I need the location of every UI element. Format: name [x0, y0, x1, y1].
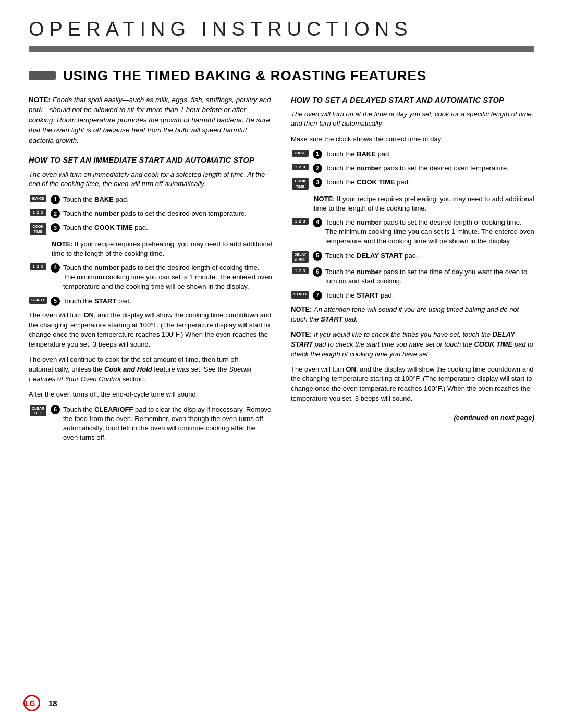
body-para-right: The oven will turn ON, and the display w… [291, 365, 534, 404]
step-r5-icons: DELAY START [291, 251, 310, 263]
step-num-3: 3 [51, 223, 60, 232]
step-num-r1: 1 [313, 150, 322, 159]
numbers-key-r6: 1 2 3 [292, 267, 309, 274]
step-r3: COOK TIME 3 Touch the COOK TIME pad. [291, 178, 534, 189]
section-title: Using the Timed Baking & Roasting Featur… [29, 66, 534, 85]
note-preheating-right: NOTE: If your recipe requires preheating… [291, 194, 534, 213]
lg-logo: LG [23, 695, 40, 711]
step-r2-text: Touch the number pads to set the desired… [325, 164, 534, 173]
clear-off-key: CLEAR OFF [30, 405, 46, 416]
section-title-bar [29, 71, 56, 80]
step-5-left: START 5 Touch the START pad. [29, 297, 272, 306]
step-r1-text: Touch the BAKE pad. [325, 150, 534, 159]
step-r4-text: Touch the number pads to set the desired… [325, 218, 534, 246]
step-num-r5: 5 [313, 251, 322, 261]
step-3-text: Touch the COOK TIME pad. [63, 223, 272, 232]
section-title-text: Using the Timed Baking & Roasting Featur… [63, 66, 426, 85]
step-num-2: 2 [51, 209, 60, 218]
step-num-1: 1 [51, 195, 60, 204]
note-check-times: NOTE: If you would like to check the tim… [291, 330, 534, 360]
step-r6: 1 2 3 6 Touch the number pads to set the… [291, 267, 534, 286]
step-1-left: BAKE 1 Touch the BAKE pad. [29, 195, 272, 204]
intro-note: NOTE: Foods that spoil easily—such as mi… [29, 95, 272, 146]
step-num-6: 6 [51, 405, 60, 414]
step-num-5: 5 [51, 297, 60, 306]
step-2-icons: 1 2 3 [29, 209, 47, 216]
step-4-left: 1 2 3 4 Touch the number pads to set the… [29, 263, 272, 292]
numbers-key-r4: 1 2 3 [292, 218, 309, 225]
page-number: 18 [48, 698, 57, 709]
note-preheating-left: NOTE: If your recipe requires preheating… [29, 240, 272, 258]
step-4-text: Touch the number pads to set the desired… [63, 263, 272, 292]
body-para-1: The oven will turn ON, and the display w… [29, 311, 272, 350]
bake-key-r1: BAKE [292, 150, 309, 157]
body-para-2: The oven will continue to cook for the s… [29, 355, 272, 385]
step-r7-icons: START [291, 291, 310, 298]
sub-heading-immediate: How to Set an Immediate Start and Automa… [29, 155, 272, 165]
cook-time-key-3: COOK TIME [30, 223, 46, 235]
step-2-text: Touch the number pads to set the desired… [63, 209, 272, 218]
step-r7: START 7 Touch the START pad. [291, 291, 534, 300]
step-num-r3: 3 [313, 178, 322, 187]
step-num-4: 4 [51, 263, 60, 273]
start-key-r7: START [291, 291, 309, 298]
delay-start-key-r5: DELAY START [292, 251, 309, 263]
svg-text:LG: LG [25, 699, 35, 708]
note-attention-tone: NOTE: An attention tone will sound if yo… [291, 305, 534, 325]
step-4-icons: 1 2 3 [29, 263, 47, 270]
step-r4: 1 2 3 4 Touch the number pads to set the… [291, 218, 534, 246]
sub-desc-immediate: The oven will turn on immediately and co… [29, 170, 272, 189]
step-r2: 1 2 3 2 Touch the number pads to set the… [291, 164, 534, 173]
step-6-text: Touch the CLEAR/OFF pad to clear the dis… [63, 405, 272, 443]
page-title: Operating Instructions [29, 16, 534, 43]
right-column: How to Set a Delayed Start and Automatic… [291, 95, 534, 448]
step-num-r4: 4 [313, 218, 322, 227]
step-1-icons: BAKE [29, 195, 47, 202]
left-column: NOTE: Foods that spoil easily—such as mi… [29, 95, 272, 448]
step-1-text: Touch the BAKE pad. [63, 195, 272, 204]
numbers-key-4: 1 2 3 [30, 263, 46, 270]
body-para-3: After the oven turns off, the end-of-cyc… [29, 390, 272, 400]
step-6-icons: CLEAR OFF [29, 405, 47, 416]
step-3-icons: COOK TIME [29, 223, 47, 235]
step-r4-icons: 1 2 3 [291, 218, 310, 225]
step-2-left: 1 2 3 2 Touch the number pads to set the… [29, 209, 272, 218]
step-r1-icons: BAKE [291, 150, 310, 157]
numbers-key-2: 1 2 3 [30, 209, 46, 216]
footer: LG 18 [23, 695, 57, 711]
step-5-text: Touch the START pad. [63, 297, 272, 306]
step-5-icons: START [29, 297, 47, 304]
step-3-left: COOK TIME 3 Touch the COOK TIME pad. [29, 223, 272, 235]
step-6-left: CLEAR OFF 6 Touch the CLEAR/OFF pad to c… [29, 405, 272, 443]
step-r7-text: Touch the START pad. [325, 291, 534, 300]
sub-heading-delayed: How to Set a Delayed Start and Automatic… [291, 95, 534, 105]
start-key-5: START [29, 297, 47, 304]
numbers-key-r2: 1 2 3 [292, 164, 309, 170]
step-r2-icons: 1 2 3 [291, 164, 310, 170]
step-num-r6: 6 [313, 267, 322, 277]
step-num-r7: 7 [313, 291, 322, 300]
cook-time-key-r3: COOK TIME [292, 178, 309, 189]
continued-text: (continued on next page) [291, 413, 534, 423]
make-sure-text: Make sure the clock shows the correct ti… [291, 134, 534, 144]
note-label: NOTE: [29, 96, 51, 104]
step-num-r2: 2 [313, 164, 322, 173]
step-r3-text: Touch the COOK TIME pad. [325, 178, 534, 187]
page: Operating Instructions Using the Timed B… [0, 0, 563, 728]
step-r1: BAKE 1 Touch the BAKE pad. [291, 150, 534, 159]
step-r5-text: Touch the DELAY START pad. [325, 251, 534, 261]
sub-desc-delayed: The oven will turn on at the time of day… [291, 109, 534, 128]
step-r6-icons: 1 2 3 [291, 267, 310, 274]
header-bar [29, 46, 534, 52]
two-column-layout: NOTE: Foods that spoil easily—such as mi… [29, 95, 534, 448]
step-r5: DELAY START 5 Touch the DELAY START pad. [291, 251, 534, 263]
step-r6-text: Touch the number pads to set the time of… [325, 267, 534, 286]
bake-key-1: BAKE [30, 195, 46, 202]
step-r3-icons: COOK TIME [291, 178, 310, 189]
